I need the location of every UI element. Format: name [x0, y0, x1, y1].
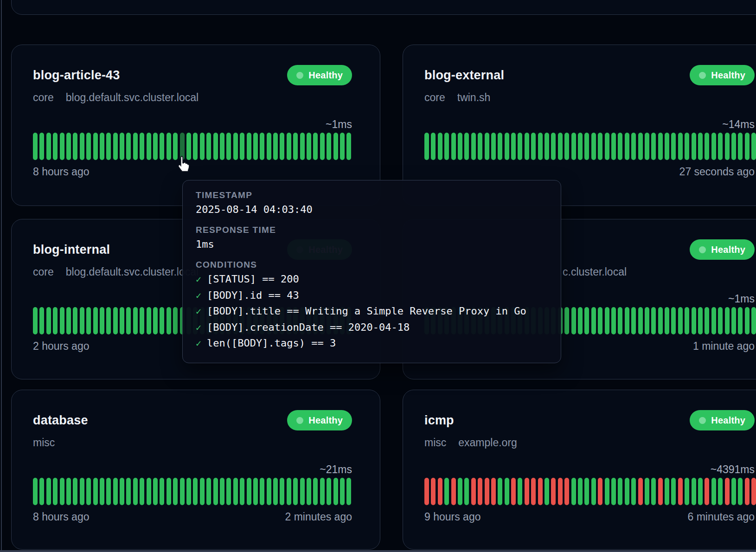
health-bar[interactable] — [618, 307, 622, 334]
health-bar[interactable] — [718, 478, 723, 505]
health-bar[interactable] — [611, 478, 616, 505]
health-bar[interactable] — [160, 478, 164, 505]
health-bar[interactable] — [300, 478, 305, 505]
health-bar[interactable] — [220, 478, 224, 505]
health-bar[interactable] — [340, 133, 345, 160]
health-bar[interactable] — [605, 307, 609, 334]
health-bar[interactable] — [60, 133, 64, 160]
health-bar[interactable] — [213, 133, 218, 160]
health-bar[interactable] — [625, 133, 629, 160]
health-bar[interactable] — [451, 478, 456, 505]
health-bar[interactable] — [167, 133, 171, 160]
health-bar[interactable] — [638, 133, 643, 160]
health-bar[interactable] — [645, 307, 649, 334]
health-bar[interactable] — [751, 307, 756, 334]
health-bar[interactable] — [705, 133, 709, 160]
health-bar[interactable] — [645, 133, 649, 160]
health-bar[interactable] — [313, 478, 318, 505]
health-bar[interactable] — [584, 307, 589, 334]
health-bar[interactable] — [267, 478, 271, 505]
health-bar[interactable] — [751, 133, 756, 160]
health-bar[interactable] — [491, 478, 496, 505]
health-bar[interactable] — [60, 307, 64, 334]
health-bar[interactable] — [206, 478, 211, 505]
health-bar[interactable] — [320, 478, 325, 505]
health-bar[interactable] — [140, 307, 144, 334]
health-bar[interactable] — [313, 133, 318, 160]
health-bar[interactable] — [725, 307, 730, 334]
health-bar[interactable] — [113, 133, 118, 160]
health-bar[interactable] — [100, 307, 104, 334]
health-bar[interactable] — [267, 133, 271, 160]
health-bar[interactable] — [431, 478, 436, 505]
health-bar[interactable] — [126, 133, 131, 160]
health-bar[interactable] — [293, 133, 298, 160]
health-bar[interactable] — [671, 307, 676, 334]
health-bar[interactable] — [518, 133, 522, 160]
health-bar[interactable] — [531, 133, 536, 160]
health-bar[interactable] — [605, 478, 609, 505]
health-bar[interactable] — [46, 478, 51, 505]
health-bar[interactable] — [718, 307, 723, 334]
health-bar[interactable] — [424, 478, 429, 505]
health-bar[interactable] — [625, 478, 629, 505]
health-bar[interactable] — [133, 133, 138, 160]
health-bar[interactable] — [598, 133, 602, 160]
health-bar[interactable] — [140, 478, 144, 505]
health-bar[interactable] — [240, 133, 244, 160]
health-bar[interactable] — [618, 478, 622, 505]
health-bar[interactable] — [120, 478, 124, 505]
health-bar[interactable] — [731, 478, 736, 505]
health-bar[interactable] — [751, 478, 756, 505]
health-bar[interactable] — [698, 478, 703, 505]
health-bar[interactable] — [651, 307, 656, 334]
health-bar[interactable] — [558, 133, 563, 160]
health-bar[interactable] — [531, 478, 536, 505]
health-bar[interactable] — [173, 478, 178, 505]
health-bar[interactable] — [80, 133, 84, 160]
health-bar[interactable] — [39, 133, 44, 160]
health-bar[interactable] — [260, 478, 264, 505]
health-bar[interactable] — [464, 133, 469, 160]
health-bar[interactable] — [438, 478, 442, 505]
health-bar[interactable] — [564, 478, 569, 505]
health-bar[interactable] — [106, 307, 111, 334]
health-bar[interactable] — [173, 133, 178, 160]
health-bar[interactable] — [671, 478, 676, 505]
health-bar[interactable] — [180, 478, 185, 505]
health-bar[interactable] — [578, 307, 583, 334]
health-bar[interactable] — [711, 307, 716, 334]
health-bar[interactable] — [200, 133, 205, 160]
health-bar[interactable] — [692, 307, 696, 334]
health-bar[interactable] — [46, 307, 51, 334]
health-bar[interactable] — [53, 478, 58, 505]
health-bar[interactable] — [220, 133, 224, 160]
health-bar[interactable] — [340, 478, 345, 505]
health-bar[interactable] — [93, 133, 98, 160]
health-bar[interactable] — [705, 307, 709, 334]
health-bar[interactable] — [598, 307, 602, 334]
health-bar[interactable] — [525, 133, 529, 160]
health-bar[interactable] — [260, 133, 264, 160]
health-bar[interactable] — [39, 307, 44, 334]
health-bar[interactable] — [478, 133, 482, 160]
health-bar[interactable] — [525, 478, 529, 505]
health-bar[interactable] — [551, 133, 556, 160]
health-bar[interactable] — [651, 478, 656, 505]
health-bar[interactable] — [33, 133, 38, 160]
health-bar[interactable] — [651, 133, 656, 160]
health-bar[interactable] — [725, 133, 730, 160]
health-bar[interactable] — [511, 478, 516, 505]
health-bar[interactable] — [692, 133, 696, 160]
health-bar[interactable] — [147, 478, 151, 505]
health-bar[interactable] — [444, 478, 449, 505]
health-bar[interactable] — [66, 133, 71, 160]
health-bar[interactable] — [213, 478, 218, 505]
health-bar[interactable] — [698, 307, 703, 334]
health-bar[interactable] — [698, 133, 703, 160]
service-card[interactable]: database Healthy misc ~21ms 8 hours ago … — [11, 390, 380, 550]
health-bar[interactable] — [625, 307, 629, 334]
health-bar[interactable] — [307, 133, 311, 160]
health-bar[interactable] — [80, 307, 84, 334]
health-bar[interactable] — [451, 133, 456, 160]
